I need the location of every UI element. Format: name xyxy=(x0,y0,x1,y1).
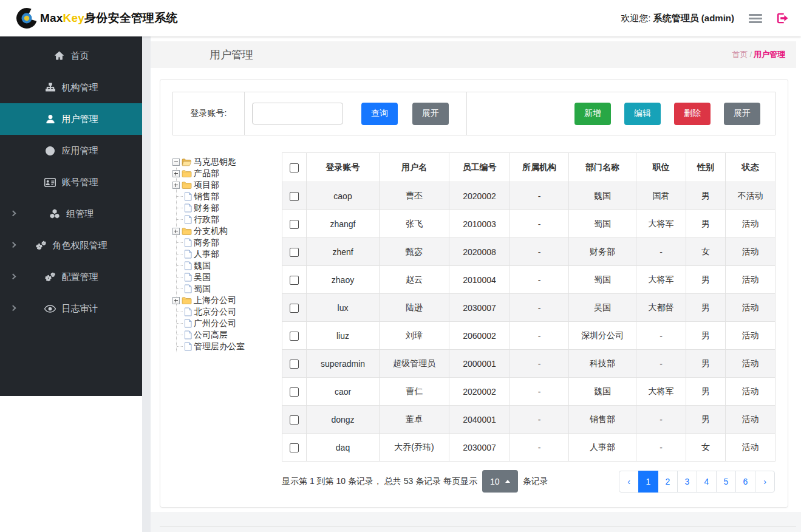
row-checkbox[interactable] xyxy=(290,276,299,285)
tree-node[interactable]: 销售部 xyxy=(177,191,282,202)
add-button[interactable]: 新增 xyxy=(574,103,611,125)
sidebar-item-home[interactable]: 首页 xyxy=(0,40,142,72)
select-all-checkbox[interactable] xyxy=(290,163,299,172)
pagination-bar: 显示第 1 到第 10 条记录， 总共 53 条记录 每页显示 10 条记录 ‹… xyxy=(282,470,775,493)
pager-next-button[interactable]: › xyxy=(755,471,775,493)
menu-toggle-icon[interactable] xyxy=(749,14,762,23)
sidebar-item-accounts[interactable]: 账号管理 xyxy=(0,166,142,198)
table-cell: - xyxy=(510,182,569,210)
tree-node[interactable]: 公司高层 xyxy=(177,329,282,341)
sidebar-item-apps[interactable]: 应用管理 xyxy=(0,135,142,166)
query-button[interactable]: 查询 xyxy=(361,103,398,125)
file-icon xyxy=(184,238,192,247)
sidebar-item-config[interactable]: 配置管理 xyxy=(0,261,142,293)
tree-node[interactable]: 行政部 xyxy=(177,214,282,225)
table-cell: 2030007 xyxy=(449,294,510,322)
table-cell: 2020002 xyxy=(449,378,510,406)
tree-collapse-toggle[interactable] xyxy=(172,159,180,166)
tree-node[interactable]: 上海分公司 xyxy=(177,295,282,306)
table-row[interactable]: daq大乔(乔玮)2030007-人事部-女活动 xyxy=(282,434,775,462)
row-checkbox[interactable] xyxy=(290,220,299,229)
row-checkbox[interactable] xyxy=(290,248,299,257)
gears-icon xyxy=(35,240,47,250)
tree-expand-toggle[interactable] xyxy=(172,297,180,304)
edit-button[interactable]: 编辑 xyxy=(624,103,661,125)
table-row[interactable]: zhaoy赵云2010004-蜀国大将军男活动 xyxy=(282,266,775,294)
tree-node[interactable]: 人事部 xyxy=(177,248,282,260)
page-button-4[interactable]: 4 xyxy=(697,471,717,493)
row-checkbox[interactable] xyxy=(290,443,299,452)
row-checkbox[interactable] xyxy=(290,192,299,201)
tree-root-node[interactable]: 马克思钥匙 xyxy=(172,156,282,168)
tree-node[interactable]: 分支机构 xyxy=(177,225,282,237)
row-checkbox[interactable] xyxy=(290,304,299,313)
tree-node[interactable]: 项目部 xyxy=(177,179,282,191)
table-row[interactable]: dongz董卓2040001-销售部-男活动 xyxy=(282,406,775,434)
table-row[interactable]: zhenf甄宓2020008-财务部-女活动 xyxy=(282,238,775,266)
tree-expand-toggle[interactable] xyxy=(172,170,180,177)
sidebar-item-roles[interactable]: 角色权限管理 xyxy=(0,230,142,261)
tree-expand-toggle[interactable] xyxy=(172,228,180,235)
row-checkbox[interactable] xyxy=(290,332,299,341)
chevron-right-icon xyxy=(10,210,16,216)
file-icon xyxy=(184,250,192,259)
tree-node[interactable]: 商务部 xyxy=(177,237,282,248)
table-cell: - xyxy=(510,266,569,294)
search-expand-button[interactable]: 展开 xyxy=(412,103,449,125)
tree-node-label: 人事部 xyxy=(194,249,219,260)
login-account-input[interactable] xyxy=(252,103,343,124)
table-row[interactable]: zhangf张飞2010003-蜀国大将军男活动 xyxy=(282,210,775,238)
table-cell: 张飞 xyxy=(380,210,449,238)
tree-connector xyxy=(177,323,183,324)
table-cell: 大都督 xyxy=(636,294,686,322)
table-cell: - xyxy=(510,294,569,322)
tree-node[interactable]: 蜀国 xyxy=(177,283,282,295)
delete-button[interactable]: 删除 xyxy=(674,103,711,125)
table-cell: 不活动 xyxy=(726,182,775,210)
pager-prev-button[interactable]: ‹ xyxy=(619,471,639,493)
page-button-2[interactable]: 2 xyxy=(658,471,678,493)
file-icon xyxy=(184,330,192,339)
tree-node-label: 行政部 xyxy=(194,214,219,225)
table-row[interactable]: liuz刘璋2060002-深圳分公司-男活动 xyxy=(282,322,775,350)
search-field-label: 登录账号: xyxy=(173,92,245,135)
tree-node[interactable]: 管理层办公室 xyxy=(177,341,282,352)
table-row[interactable]: superadmin超级管理员2000001-科技部-男活动 xyxy=(282,350,775,378)
sidebar-item-org[interactable]: 机构管理 xyxy=(0,72,142,103)
brand: MaxKey身份安全管理系统 xyxy=(16,7,178,29)
table-row[interactable]: caor曹仁2020002-魏国大将军男活动 xyxy=(282,378,775,406)
tree-node[interactable]: 魏国 xyxy=(177,260,282,271)
table-cell: 人事部 xyxy=(569,434,636,462)
tree-node[interactable]: 财务部 xyxy=(177,202,282,214)
table-cell: 2040001 xyxy=(449,406,510,434)
tree-expand-toggle[interactable] xyxy=(172,182,180,189)
tree-node[interactable]: 产品部 xyxy=(177,168,282,179)
breadcrumb-home-link[interactable]: 首页 xyxy=(732,50,748,59)
row-checkbox[interactable] xyxy=(290,387,299,397)
tree-node[interactable]: 吴国 xyxy=(177,271,282,283)
sidebar-item-groups[interactable]: 组管理 xyxy=(0,198,142,230)
table-cell: 活动 xyxy=(726,406,775,434)
page-button-1[interactable]: 1 xyxy=(638,471,658,493)
row-checkbox[interactable] xyxy=(290,360,299,369)
toolbar-expand-button[interactable]: 展开 xyxy=(724,103,760,125)
page-size-dropdown[interactable]: 10 xyxy=(482,470,518,493)
tree-node[interactable]: 广州分公司 xyxy=(177,318,282,329)
sidebar-item-label: 日志审计 xyxy=(62,303,98,315)
table-cell: - xyxy=(510,378,569,406)
tree-connector xyxy=(177,335,183,335)
row-checkbox[interactable] xyxy=(290,415,299,425)
pagination-info: 显示第 1 到第 10 条记录， 总共 53 条记录 每页显示 10 条记录 xyxy=(282,470,548,493)
page-button-5[interactable]: 5 xyxy=(716,471,736,493)
logout-icon[interactable] xyxy=(777,13,789,24)
table-cell: 刘璋 xyxy=(380,322,449,350)
gears-icon xyxy=(44,272,56,282)
sidebar-item-users[interactable]: 用户管理 xyxy=(0,103,142,135)
page-button-3[interactable]: 3 xyxy=(677,471,697,493)
table-row[interactable]: lux陆逊2030007-吴国大都督男活动 xyxy=(282,294,775,322)
page-button-6[interactable]: 6 xyxy=(735,471,755,493)
table-cell: 男 xyxy=(686,378,726,406)
table-row[interactable]: caop曹丕2020002-魏国国君男不活动 xyxy=(282,182,775,210)
tree-node[interactable]: 北京分公司 xyxy=(177,306,282,318)
sidebar-item-audit[interactable]: 日志审计 xyxy=(0,293,142,324)
